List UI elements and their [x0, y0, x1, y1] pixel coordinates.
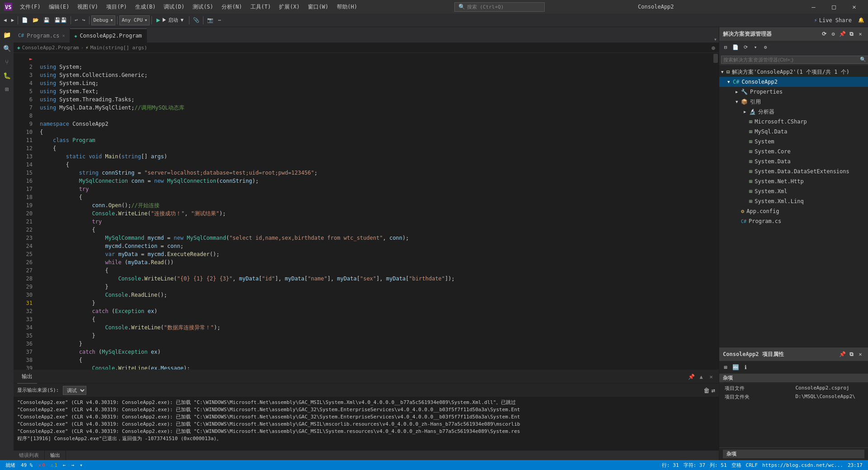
tree-program-cs[interactable]: C# Program.cs [719, 216, 868, 226]
code-editor[interactable]: ► 2 3 4 5 6 7 8 9 10 11 12 13 14 [14, 53, 719, 370]
menu-project[interactable]: 项目(P) [103, 2, 131, 12]
menu-build[interactable]: 生成(B) [132, 2, 160, 12]
menu-debug[interactable]: 调试(D) [160, 2, 188, 12]
se-refresh-btn[interactable]: ⟳ [741, 43, 750, 52]
menu-test[interactable]: 测试(S) [189, 2, 217, 12]
activity-debug[interactable]: 🐛 [1, 70, 13, 81]
solution-tree[interactable]: ▼ ⊟ 解决方案'ConsoleApp2'(1 个项目/共 1 个) ▼ C# … [719, 66, 868, 347]
redo-button[interactable]: ↪ [80, 15, 87, 25]
menu-analyze[interactable]: 分析(N) [218, 2, 246, 12]
status-encoding[interactable]: CRLF [744, 462, 760, 468]
se-settings-button[interactable]: ⚙ [829, 30, 837, 38]
tab-error-list[interactable]: 错误列表 [14, 451, 45, 460]
prop-pin-button[interactable]: 📌 [838, 350, 846, 358]
tab-program-cs[interactable]: C# Program.cs ✕ [14, 28, 70, 43]
se-search-input[interactable] [721, 56, 868, 64]
toggle-word-wrap-button[interactable]: ⇄ [712, 387, 715, 394]
tab-close-program[interactable]: ✕ [62, 33, 65, 38]
clear-output-button[interactable]: 🗑 [703, 387, 710, 394]
se-sync-button[interactable]: ⟳ [820, 30, 828, 38]
nav-back-btn[interactable]: ← [61, 462, 68, 468]
prop-category-btn[interactable]: ⊞ [721, 363, 730, 372]
tree-ref-http[interactable]: ⊞ System.Net.Http [719, 176, 868, 186]
back-button[interactable]: ◀ [2, 15, 9, 25]
tree-ref-xml[interactable]: ⊞ System.Xml [719, 186, 868, 196]
se-show-files-btn[interactable]: 📄 [731, 43, 740, 52]
debug-config-dropdown[interactable]: Debug ▾ [91, 15, 116, 25]
status-zoom[interactable]: 49 % [19, 462, 35, 468]
se-close-button[interactable]: ✕ [856, 30, 864, 38]
se-filter-btn[interactable]: ▾ [751, 43, 760, 52]
tree-ref-system-data[interactable]: ⊞ System.Data [719, 157, 868, 166]
tree-solution[interactable]: ▼ ⊟ 解决方案'ConsoleApp2'(1 个项目/共 1 个) [719, 67, 868, 77]
output-content[interactable]: "ConsoleApp2.exe" (CLR v4.0.30319: Conso… [14, 397, 719, 450]
editor-scrollbar[interactable] [712, 53, 719, 370]
attach-button[interactable]: 📎 [191, 15, 201, 25]
status-errors[interactable]: ✕ 0 [37, 462, 47, 468]
close-button[interactable]: ✕ [844, 0, 864, 14]
tree-properties[interactable]: ▶ 🔧 Properties [719, 87, 868, 97]
tree-ref-xmllinq[interactable]: ⊞ System.Xml.Linq [719, 196, 868, 206]
panel-tab-output[interactable]: 输出 [17, 370, 37, 384]
menu-edit[interactable]: 编辑(E) [45, 2, 73, 12]
start-button[interactable]: ▶ ▶ 启动 ▼ [154, 15, 187, 25]
minimize-button[interactable]: — [803, 0, 824, 14]
menu-extensions[interactable]: 扩展(X) [275, 2, 303, 12]
menu-view[interactable]: 视图(V) [74, 2, 102, 12]
menu-file[interactable]: 文件(F) [16, 2, 44, 12]
tree-project[interactable]: ▼ C# ConsoleApp2 [719, 77, 868, 87]
activity-extensions[interactable]: ⊞ [1, 83, 13, 95]
menu-window[interactable]: 窗口(W) [304, 2, 332, 12]
open-button[interactable]: 📂 [31, 15, 41, 25]
forward-button[interactable]: ▶ [9, 15, 16, 25]
activity-git[interactable]: ⑂ [1, 56, 13, 68]
prop-sort-btn[interactable]: 🔤 [731, 363, 740, 372]
activity-explorer[interactable]: 📁 [1, 29, 13, 41]
prop-close-button[interactable]: ✕ [856, 350, 864, 358]
tree-refs[interactable]: ▼ 📦 引用 [719, 97, 868, 107]
panel-close-button[interactable]: ✕ [707, 373, 715, 381]
live-share-button[interactable]: ⚡ Live Share [811, 17, 855, 24]
status-col2[interactable]: 列: 51 [708, 462, 729, 469]
tree-analyzer[interactable]: ▶ 🔬 分析器 [719, 107, 868, 117]
tab-output[interactable]: 输出 [45, 451, 66, 460]
global-search[interactable]: 🔍 搜索 (Ctrl+Q) [454, 2, 545, 12]
status-ready[interactable]: 就绪 [4, 462, 17, 469]
tree-ref-system[interactable]: ⊞ System [719, 137, 868, 147]
maximize-button[interactable]: □ [824, 0, 844, 14]
save-button[interactable]: 💾 [42, 15, 52, 25]
tree-ref-mscsharp[interactable]: ⊞ Microsoft.CSharp [719, 117, 868, 127]
se-pin-button[interactable]: 📌 [838, 30, 846, 38]
undo-button[interactable]: ↩ [73, 15, 80, 25]
activity-search[interactable]: 🔍 [1, 43, 13, 54]
prop-float-button[interactable]: ⧉ [847, 350, 855, 358]
tree-appconfig[interactable]: ⚙ App.config [719, 206, 868, 216]
status-spaces[interactable]: 空格 [730, 462, 743, 469]
tabs-dropdown[interactable]: ▾ [712, 36, 719, 43]
menu-help[interactable]: 帮助(H) [333, 2, 361, 12]
breadcrumb-part1[interactable]: ConsoleApp2.Program [22, 45, 79, 51]
se-collapse-btn[interactable]: ⊟ [721, 43, 730, 52]
se-settings2-btn[interactable]: ⚙ [761, 43, 770, 52]
nav-forward-btn[interactable]: → [70, 462, 76, 468]
tree-ref-sde[interactable]: ⊞ System.Data.DataSetExtensions [719, 166, 868, 176]
panel-maximize-button[interactable]: ▲ [697, 373, 705, 381]
status-warnings[interactable]: ⚠ 1 [49, 462, 59, 468]
toolbar-more-1[interactable]: ⋯ [216, 15, 223, 25]
status-link[interactable]: https://blog.csdn.net/wc... [760, 462, 845, 468]
status-col[interactable]: 字符: 37 [682, 462, 708, 469]
tree-ref-mysql[interactable]: ⊞ MySql.Data [719, 127, 868, 137]
nav-dropdown-btn[interactable]: ▾ [78, 462, 85, 468]
se-float-button[interactable]: ⧉ [847, 30, 855, 38]
save-all-button[interactable]: 💾💾 [52, 15, 69, 25]
output-source-select[interactable]: 调试 [63, 386, 86, 395]
status-row[interactable]: 行: 31 [660, 462, 681, 469]
prop-desc-btn[interactable]: ℹ [741, 363, 750, 372]
menu-tools[interactable]: 工具(T) [247, 2, 275, 12]
screenshot-button[interactable]: 📷 [205, 15, 215, 25]
panel-pin-button[interactable]: 📌 [687, 373, 695, 381]
breadcrumb-part2[interactable]: Main(string[] args) [90, 45, 147, 51]
platform-dropdown[interactable]: Any CPU ▾ [119, 15, 150, 25]
tree-ref-system-core[interactable]: ⊞ System.Core [719, 147, 868, 157]
new-project-button[interactable]: 📄 [20, 15, 30, 25]
